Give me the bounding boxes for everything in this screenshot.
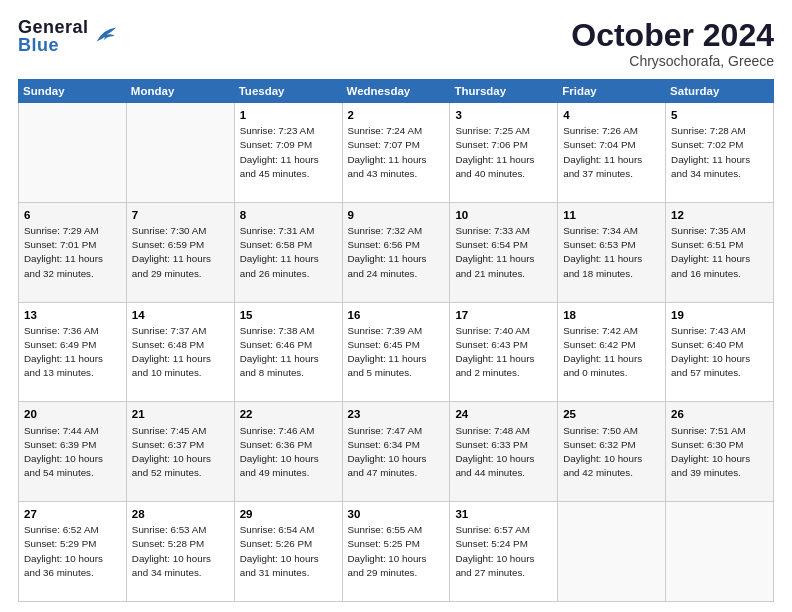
day-info: Sunrise: 7:39 AMSunset: 6:45 PMDaylight:… xyxy=(348,324,445,381)
day-number: 4 xyxy=(563,107,660,123)
logo-bird-icon xyxy=(91,22,119,50)
page: General Blue October 2024 Chrysochorafa,… xyxy=(0,0,792,612)
day-info: Sunrise: 7:30 AMSunset: 6:59 PMDaylight:… xyxy=(132,224,229,281)
day-info: Sunrise: 7:25 AMSunset: 7:06 PMDaylight:… xyxy=(455,124,552,181)
calendar-cell-2-6: 11Sunrise: 7:34 AMSunset: 6:53 PMDayligh… xyxy=(558,202,666,302)
calendar-cell-3-4: 16Sunrise: 7:39 AMSunset: 6:45 PMDayligh… xyxy=(342,302,450,402)
day-number: 21 xyxy=(132,406,229,422)
day-info: Sunrise: 7:38 AMSunset: 6:46 PMDaylight:… xyxy=(240,324,337,381)
calendar-header-row: Sunday Monday Tuesday Wednesday Thursday… xyxy=(19,80,774,103)
day-number: 13 xyxy=(24,307,121,323)
day-number: 28 xyxy=(132,506,229,522)
day-number: 7 xyxy=(132,207,229,223)
col-tuesday: Tuesday xyxy=(234,80,342,103)
calendar-cell-2-5: 10Sunrise: 7:33 AMSunset: 6:54 PMDayligh… xyxy=(450,202,558,302)
calendar-cell-5-5: 31Sunrise: 6:57 AMSunset: 5:24 PMDayligh… xyxy=(450,502,558,602)
calendar-cell-1-7: 5Sunrise: 7:28 AMSunset: 7:02 PMDaylight… xyxy=(666,103,774,203)
day-number: 6 xyxy=(24,207,121,223)
day-info: Sunrise: 7:29 AMSunset: 7:01 PMDaylight:… xyxy=(24,224,121,281)
day-info: Sunrise: 7:36 AMSunset: 6:49 PMDaylight:… xyxy=(24,324,121,381)
calendar-cell-2-3: 8Sunrise: 7:31 AMSunset: 6:58 PMDaylight… xyxy=(234,202,342,302)
day-info: Sunrise: 6:55 AMSunset: 5:25 PMDaylight:… xyxy=(348,523,445,580)
calendar-cell-5-7 xyxy=(666,502,774,602)
day-info: Sunrise: 7:43 AMSunset: 6:40 PMDaylight:… xyxy=(671,324,768,381)
day-number: 5 xyxy=(671,107,768,123)
day-number: 17 xyxy=(455,307,552,323)
day-info: Sunrise: 7:31 AMSunset: 6:58 PMDaylight:… xyxy=(240,224,337,281)
calendar-cell-4-2: 21Sunrise: 7:45 AMSunset: 6:37 PMDayligh… xyxy=(126,402,234,502)
day-info: Sunrise: 7:34 AMSunset: 6:53 PMDaylight:… xyxy=(563,224,660,281)
day-info: Sunrise: 7:45 AMSunset: 6:37 PMDaylight:… xyxy=(132,424,229,481)
day-info: Sunrise: 7:51 AMSunset: 6:30 PMDaylight:… xyxy=(671,424,768,481)
day-number: 3 xyxy=(455,107,552,123)
day-number: 22 xyxy=(240,406,337,422)
day-number: 20 xyxy=(24,406,121,422)
calendar-cell-2-7: 12Sunrise: 7:35 AMSunset: 6:51 PMDayligh… xyxy=(666,202,774,302)
day-info: Sunrise: 6:52 AMSunset: 5:29 PMDaylight:… xyxy=(24,523,121,580)
day-info: Sunrise: 6:57 AMSunset: 5:24 PMDaylight:… xyxy=(455,523,552,580)
day-info: Sunrise: 7:40 AMSunset: 6:43 PMDaylight:… xyxy=(455,324,552,381)
calendar-cell-1-5: 3Sunrise: 7:25 AMSunset: 7:06 PMDaylight… xyxy=(450,103,558,203)
day-number: 9 xyxy=(348,207,445,223)
day-number: 26 xyxy=(671,406,768,422)
calendar-cell-2-2: 7Sunrise: 7:30 AMSunset: 6:59 PMDaylight… xyxy=(126,202,234,302)
calendar-cell-4-6: 25Sunrise: 7:50 AMSunset: 6:32 PMDayligh… xyxy=(558,402,666,502)
col-wednesday: Wednesday xyxy=(342,80,450,103)
calendar-cell-1-2 xyxy=(126,103,234,203)
calendar-cell-4-5: 24Sunrise: 7:48 AMSunset: 6:33 PMDayligh… xyxy=(450,402,558,502)
calendar-week-2: 6Sunrise: 7:29 AMSunset: 7:01 PMDaylight… xyxy=(19,202,774,302)
col-monday: Monday xyxy=(126,80,234,103)
day-info: Sunrise: 7:26 AMSunset: 7:04 PMDaylight:… xyxy=(563,124,660,181)
day-number: 11 xyxy=(563,207,660,223)
calendar-cell-4-3: 22Sunrise: 7:46 AMSunset: 6:36 PMDayligh… xyxy=(234,402,342,502)
day-number: 31 xyxy=(455,506,552,522)
day-info: Sunrise: 7:42 AMSunset: 6:42 PMDaylight:… xyxy=(563,324,660,381)
calendar-week-4: 20Sunrise: 7:44 AMSunset: 6:39 PMDayligh… xyxy=(19,402,774,502)
day-info: Sunrise: 7:35 AMSunset: 6:51 PMDaylight:… xyxy=(671,224,768,281)
calendar-cell-5-4: 30Sunrise: 6:55 AMSunset: 5:25 PMDayligh… xyxy=(342,502,450,602)
calendar-cell-4-4: 23Sunrise: 7:47 AMSunset: 6:34 PMDayligh… xyxy=(342,402,450,502)
calendar-cell-3-6: 18Sunrise: 7:42 AMSunset: 6:42 PMDayligh… xyxy=(558,302,666,402)
location: Chrysochorafa, Greece xyxy=(571,53,774,69)
calendar-cell-1-3: 1Sunrise: 7:23 AMSunset: 7:09 PMDaylight… xyxy=(234,103,342,203)
calendar-cell-2-1: 6Sunrise: 7:29 AMSunset: 7:01 PMDaylight… xyxy=(19,202,127,302)
calendar-cell-3-3: 15Sunrise: 7:38 AMSunset: 6:46 PMDayligh… xyxy=(234,302,342,402)
day-number: 19 xyxy=(671,307,768,323)
calendar-cell-3-7: 19Sunrise: 7:43 AMSunset: 6:40 PMDayligh… xyxy=(666,302,774,402)
day-info: Sunrise: 7:32 AMSunset: 6:56 PMDaylight:… xyxy=(348,224,445,281)
day-info: Sunrise: 7:50 AMSunset: 6:32 PMDaylight:… xyxy=(563,424,660,481)
logo-blue-text: Blue xyxy=(18,36,89,54)
day-info: Sunrise: 6:54 AMSunset: 5:26 PMDaylight:… xyxy=(240,523,337,580)
day-number: 16 xyxy=(348,307,445,323)
day-number: 15 xyxy=(240,307,337,323)
day-number: 2 xyxy=(348,107,445,123)
calendar-cell-5-3: 29Sunrise: 6:54 AMSunset: 5:26 PMDayligh… xyxy=(234,502,342,602)
logo-area: General Blue xyxy=(18,18,119,54)
col-friday: Friday xyxy=(558,80,666,103)
calendar-cell-4-1: 20Sunrise: 7:44 AMSunset: 6:39 PMDayligh… xyxy=(19,402,127,502)
calendar-cell-3-1: 13Sunrise: 7:36 AMSunset: 6:49 PMDayligh… xyxy=(19,302,127,402)
day-number: 23 xyxy=(348,406,445,422)
day-info: Sunrise: 7:46 AMSunset: 6:36 PMDaylight:… xyxy=(240,424,337,481)
day-number: 12 xyxy=(671,207,768,223)
header: General Blue October 2024 Chrysochorafa,… xyxy=(18,18,774,69)
day-number: 10 xyxy=(455,207,552,223)
col-saturday: Saturday xyxy=(666,80,774,103)
calendar-cell-4-7: 26Sunrise: 7:51 AMSunset: 6:30 PMDayligh… xyxy=(666,402,774,502)
calendar-cell-5-1: 27Sunrise: 6:52 AMSunset: 5:29 PMDayligh… xyxy=(19,502,127,602)
title-area: October 2024 Chrysochorafa, Greece xyxy=(571,18,774,69)
calendar-week-1: 1Sunrise: 7:23 AMSunset: 7:09 PMDaylight… xyxy=(19,103,774,203)
day-info: Sunrise: 7:47 AMSunset: 6:34 PMDaylight:… xyxy=(348,424,445,481)
day-info: Sunrise: 7:23 AMSunset: 7:09 PMDaylight:… xyxy=(240,124,337,181)
calendar-table: Sunday Monday Tuesday Wednesday Thursday… xyxy=(18,79,774,602)
calendar-cell-1-4: 2Sunrise: 7:24 AMSunset: 7:07 PMDaylight… xyxy=(342,103,450,203)
day-info: Sunrise: 7:48 AMSunset: 6:33 PMDaylight:… xyxy=(455,424,552,481)
day-number: 30 xyxy=(348,506,445,522)
day-number: 14 xyxy=(132,307,229,323)
day-info: Sunrise: 7:44 AMSunset: 6:39 PMDaylight:… xyxy=(24,424,121,481)
calendar-cell-2-4: 9Sunrise: 7:32 AMSunset: 6:56 PMDaylight… xyxy=(342,202,450,302)
day-info: Sunrise: 7:28 AMSunset: 7:02 PMDaylight:… xyxy=(671,124,768,181)
day-info: Sunrise: 7:24 AMSunset: 7:07 PMDaylight:… xyxy=(348,124,445,181)
logo: General Blue xyxy=(18,18,89,54)
day-number: 18 xyxy=(563,307,660,323)
